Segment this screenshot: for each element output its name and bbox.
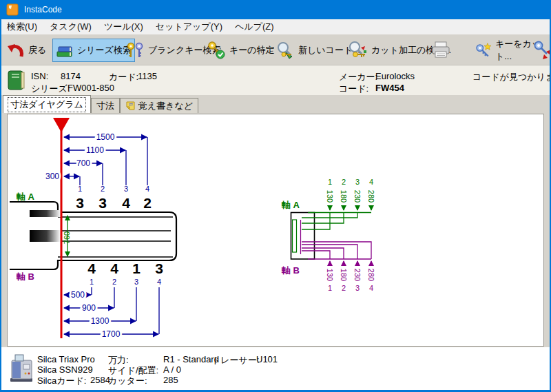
depth-b-3: 230 <box>353 269 362 281</box>
pos-a-1: 1 <box>78 185 82 193</box>
cut-a-3: 4 <box>122 195 130 211</box>
pos-b-3: 3 <box>134 278 138 286</box>
axis-b-label-cross: 軸 B <box>281 265 300 276</box>
tab-strip: 寸法ダイヤグラム 寸法 覚え書きなど <box>0 95 551 113</box>
cutter-value: 285 <box>163 375 178 385</box>
title-bar: InstaCode <box>0 0 551 19</box>
axis-a-label-cross: 軸 A <box>281 200 300 210</box>
card-label: カード: <box>109 71 138 83</box>
vise-value: R1 - Standard <box>163 354 219 364</box>
dim-b-4: 1700 <box>102 329 121 339</box>
tab-dimension-diagram[interactable]: 寸法ダイヤグラム <box>3 95 91 113</box>
cross-pos-a-4: 4 <box>369 178 373 186</box>
pos-b-4: 4 <box>157 278 161 286</box>
blade-groove-lines <box>58 217 173 257</box>
magnifier-key-icon <box>276 41 295 60</box>
menu-setup[interactable]: セットアップ(Y) <box>149 19 229 34</box>
code-value: FW454 <box>375 83 404 93</box>
pos-b-1: 1 <box>90 278 94 286</box>
tracer-label: トレーサー: <box>211 354 260 367</box>
ssn-label: Silca SSN: <box>37 364 80 375</box>
menu-help[interactable]: ヘルプ(Z) <box>229 19 280 34</box>
card-value: 1135 <box>138 71 157 81</box>
toolbar: 戻る シリーズ検索 ブランクキー検索 <box>0 34 551 65</box>
dim-a-1: 300 <box>45 172 59 181</box>
key-depth-view: 軸 A 軸 B 1 <box>281 178 375 292</box>
depth-b-2: 180 <box>340 269 348 281</box>
window-title: InstaCode <box>24 5 62 14</box>
bow-groove-upper <box>30 210 61 217</box>
dim-b-2: 900 <box>82 303 96 313</box>
axis-a-depth-lines <box>306 205 371 229</box>
menu-bar: 検索(U) タスク(W) ツール(X) セットアップ(Y) ヘルプ(Z) <box>0 19 551 34</box>
status-message: コードが見つかりません。 <box>472 71 551 83</box>
diagram-panel: 1500 1100 700 300 1 2 3 4 3 3 4 2 軸 A 軸 … <box>7 114 544 347</box>
back-icon <box>6 41 25 60</box>
printer-icon <box>430 41 452 60</box>
cross-pos-a-3: 3 <box>355 178 360 186</box>
key-side-view: 1500 1100 700 300 1 2 3 4 3 3 4 2 軸 A 軸 … <box>10 118 176 339</box>
depth-a-4: 280 <box>367 190 375 203</box>
note-icon <box>125 101 136 111</box>
cross-pos-b-4: 4 <box>369 284 373 292</box>
tab-content: 1500 1100 700 300 1 2 3 4 3 3 4 2 軸 A 軸 … <box>0 113 551 347</box>
tab-dimensions[interactable]: 寸法 <box>91 98 120 113</box>
cut-b-2: 4 <box>110 260 118 276</box>
dim-b-1: 500 <box>71 290 85 300</box>
depth-a-3: 230 <box>353 190 362 203</box>
back-label: 戻る <box>28 44 46 56</box>
silca-card-value: 2584 <box>90 375 110 385</box>
isn-value: 8174 <box>61 71 81 81</box>
depth-b-1: 130 <box>326 269 334 281</box>
depth-marks-b <box>302 242 306 251</box>
books-icon <box>56 41 74 59</box>
pos-a-3: 3 <box>124 185 128 193</box>
silca-card-label: Silcaカード: <box>37 375 86 387</box>
cut-b-4: 3 <box>155 260 163 276</box>
book-icon <box>7 69 26 92</box>
dim-a-2: 700 <box>76 158 90 168</box>
depth-marks-a <box>302 218 306 229</box>
identify-key-label: キーの特定 <box>229 44 275 56</box>
axis-b-depth-lines <box>306 242 371 266</box>
side-value: A / 0 <box>163 364 181 375</box>
maker-value: Eurolocks <box>375 71 415 81</box>
cutting-machine-icon <box>8 352 34 384</box>
key-check-icon <box>207 41 226 60</box>
back-button[interactable]: 戻る <box>3 39 49 62</box>
height-dim-value: 760 <box>63 231 71 244</box>
key-star-icon <box>475 41 492 60</box>
tab-notes[interactable]: 覚え書きなど <box>120 98 198 113</box>
isn-label: ISN: <box>31 71 48 81</box>
cut-a-1: 3 <box>76 195 84 211</box>
cross-pos-b-1: 1 <box>328 284 332 292</box>
instacode-window: InstaCode 検索(U) タスク(W) ツール(X) セットアップ(Y) … <box>0 0 551 392</box>
app-icon <box>6 3 19 16</box>
series-label: シリーズ: <box>31 83 70 95</box>
tab-dimension-diagram-label: 寸法ダイヤグラム <box>8 98 85 112</box>
dim-b-3: 1300 <box>91 316 110 326</box>
dim-a-3: 1100 <box>86 145 104 155</box>
bow-groove-lower <box>30 230 61 242</box>
pos-a-2: 2 <box>101 185 105 193</box>
cut-b-1: 4 <box>87 260 96 276</box>
ssn-value: 929 <box>78 364 93 375</box>
key-transfer-button[interactable] <box>529 39 551 62</box>
cross-pos-a-1: 1 <box>328 178 332 186</box>
menu-search[interactable]: 検索(U) <box>1 19 43 34</box>
magnifier-keys-icon <box>347 41 368 60</box>
axis-a-label-side: 軸 A <box>16 192 35 202</box>
two-keys-icon <box>125 41 145 59</box>
cut-a-4: 2 <box>143 195 152 211</box>
machine-name: Silca Triax Pro <box>37 354 95 364</box>
profile-ward-green <box>293 220 297 252</box>
cross-pos-a-2: 2 <box>342 178 346 186</box>
tab-notes-label: 覚え書きなど <box>138 100 193 112</box>
dim-a-4: 1500 <box>96 132 115 142</box>
machine-info-bar: Silca Triax Pro Silca SSN: 929 Silcaカード:… <box>0 347 551 390</box>
series-value: FW001-850 <box>67 83 114 93</box>
menu-tools[interactable]: ツール(X) <box>98 19 149 34</box>
print-button[interactable] <box>427 39 455 62</box>
identify-key-button[interactable]: キーの特定 <box>204 39 278 62</box>
menu-task[interactable]: タスク(W) <box>43 19 98 34</box>
